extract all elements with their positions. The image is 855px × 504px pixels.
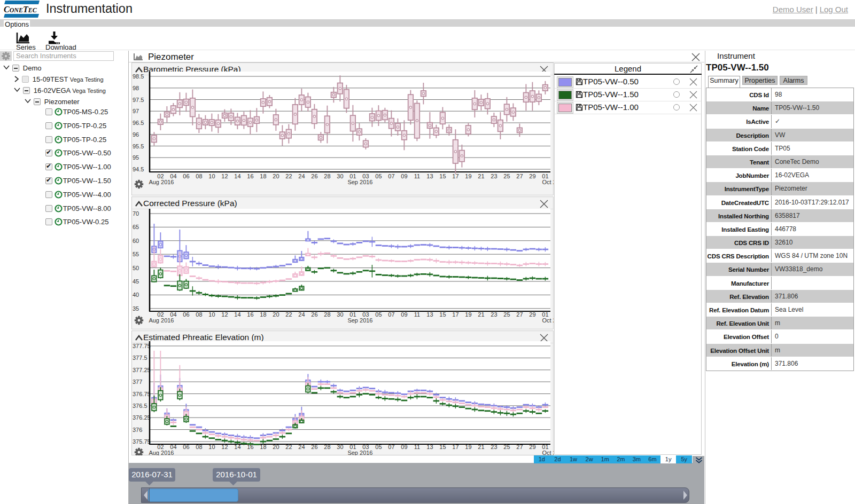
svg-text:26: 26 <box>311 311 317 318</box>
svg-text:14: 14 <box>234 444 240 450</box>
svg-text:377.25: 377.25 <box>133 367 151 373</box>
svg-text:08: 08 <box>196 173 202 179</box>
svg-text:97: 97 <box>133 108 139 114</box>
svg-text:12: 12 <box>221 444 228 450</box>
svg-text:19: 19 <box>465 311 471 318</box>
svg-text:18: 18 <box>260 311 266 318</box>
svg-text:12: 12 <box>221 311 228 318</box>
svg-text:21: 21 <box>478 311 484 318</box>
svg-text:08: 08 <box>196 311 202 318</box>
svg-text:13: 13 <box>426 444 433 450</box>
svg-text:10: 10 <box>208 444 215 450</box>
svg-text:16: 16 <box>247 311 253 318</box>
svg-text:07: 07 <box>388 444 394 450</box>
svg-text:65: 65 <box>133 224 139 230</box>
svg-text:24: 24 <box>298 311 305 318</box>
svg-text:18: 18 <box>260 444 266 450</box>
svg-text:22: 22 <box>285 173 292 179</box>
svg-text:07: 07 <box>388 173 394 179</box>
svg-text:11: 11 <box>414 311 420 318</box>
svg-text:25: 25 <box>503 311 510 318</box>
svg-text:08: 08 <box>196 444 202 450</box>
svg-text:Aug 2016: Aug 2016 <box>149 317 174 324</box>
svg-text:17: 17 <box>452 444 458 450</box>
svg-text:Aug 2016: Aug 2016 <box>149 179 174 185</box>
svg-text:98: 98 <box>133 85 139 91</box>
svg-text:Oct 20: Oct 20 <box>542 317 554 324</box>
svg-text:12: 12 <box>221 173 228 179</box>
svg-text:15: 15 <box>439 173 446 179</box>
svg-text:CONETEC: CONETEC <box>4 5 37 14</box>
svg-text:Sep 2016: Sep 2016 <box>347 317 372 324</box>
svg-text:15: 15 <box>439 444 446 450</box>
svg-text:377.5: 377.5 <box>133 355 147 361</box>
svg-text:Oct 20: Oct 20 <box>542 450 554 455</box>
svg-text:377.75: 377.75 <box>133 343 151 349</box>
svg-text:27: 27 <box>516 311 523 318</box>
svg-text:30: 30 <box>337 444 343 450</box>
svg-text:23: 23 <box>491 444 497 450</box>
svg-text:06: 06 <box>183 311 189 318</box>
svg-text:11: 11 <box>414 173 420 179</box>
svg-text:35: 35 <box>133 305 139 312</box>
svg-text:23: 23 <box>491 173 497 179</box>
svg-text:13: 13 <box>426 173 433 179</box>
svg-text:23: 23 <box>491 311 497 318</box>
svg-text:14: 14 <box>234 173 240 179</box>
svg-text:10: 10 <box>208 173 215 179</box>
svg-text:24: 24 <box>298 444 305 450</box>
svg-text:376: 376 <box>133 427 142 433</box>
svg-text:18: 18 <box>260 173 266 179</box>
svg-text:375.75: 375.75 <box>133 438 151 445</box>
svg-text:Corrected Pressure (kPa): Corrected Pressure (kPa) <box>143 199 237 208</box>
svg-text:20: 20 <box>273 444 279 450</box>
svg-text:29: 29 <box>529 444 535 450</box>
svg-text:29: 29 <box>529 311 535 318</box>
svg-text:50: 50 <box>133 265 139 271</box>
svg-text:94.5: 94.5 <box>133 166 144 172</box>
svg-text:96.5: 96.5 <box>133 120 144 126</box>
svg-text:40: 40 <box>133 292 139 298</box>
svg-text:19: 19 <box>465 444 471 450</box>
svg-text:376.5: 376.5 <box>133 403 147 409</box>
svg-text:17: 17 <box>452 173 458 179</box>
svg-text:Estimated Phreatic Elevation (: Estimated Phreatic Elevation (m) <box>143 333 264 342</box>
svg-text:17: 17 <box>452 311 458 318</box>
svg-text:55: 55 <box>133 251 139 257</box>
svg-text:22: 22 <box>285 444 292 450</box>
svg-text:21: 21 <box>478 173 484 179</box>
svg-text:45: 45 <box>133 278 139 285</box>
svg-text:60: 60 <box>133 238 139 244</box>
svg-text:20: 20 <box>273 311 279 318</box>
svg-text:15: 15 <box>439 311 446 318</box>
svg-text:376.75: 376.75 <box>133 391 151 397</box>
svg-text:377: 377 <box>133 379 142 385</box>
svg-text:22: 22 <box>285 311 292 318</box>
svg-text:30: 30 <box>337 311 343 318</box>
svg-text:06: 06 <box>183 444 189 450</box>
svg-text:09: 09 <box>401 444 407 450</box>
svg-text:16: 16 <box>247 173 253 179</box>
svg-text:20: 20 <box>273 173 279 179</box>
svg-text:05: 05 <box>375 444 382 450</box>
svg-text:Sep 2016: Sep 2016 <box>347 450 372 455</box>
svg-text:13: 13 <box>426 311 433 318</box>
svg-text:376.25: 376.25 <box>133 414 151 421</box>
svg-text:25: 25 <box>503 173 510 179</box>
svg-text:Aug 2016: Aug 2016 <box>149 450 174 455</box>
svg-text:24: 24 <box>298 173 305 179</box>
svg-text:97.5: 97.5 <box>133 97 144 103</box>
svg-text:06: 06 <box>183 173 189 179</box>
svg-text:29: 29 <box>529 173 535 179</box>
svg-text:28: 28 <box>324 311 330 318</box>
svg-text:30: 30 <box>337 173 343 179</box>
svg-text:26: 26 <box>311 444 317 450</box>
svg-text:07: 07 <box>388 311 394 318</box>
svg-text:95.5: 95.5 <box>133 143 144 149</box>
svg-text:09: 09 <box>401 311 407 318</box>
svg-text:96: 96 <box>133 131 139 138</box>
svg-text:27: 27 <box>516 444 523 450</box>
svg-text:05: 05 <box>375 311 382 318</box>
svg-text:70: 70 <box>133 210 139 217</box>
svg-text:14: 14 <box>234 311 240 318</box>
